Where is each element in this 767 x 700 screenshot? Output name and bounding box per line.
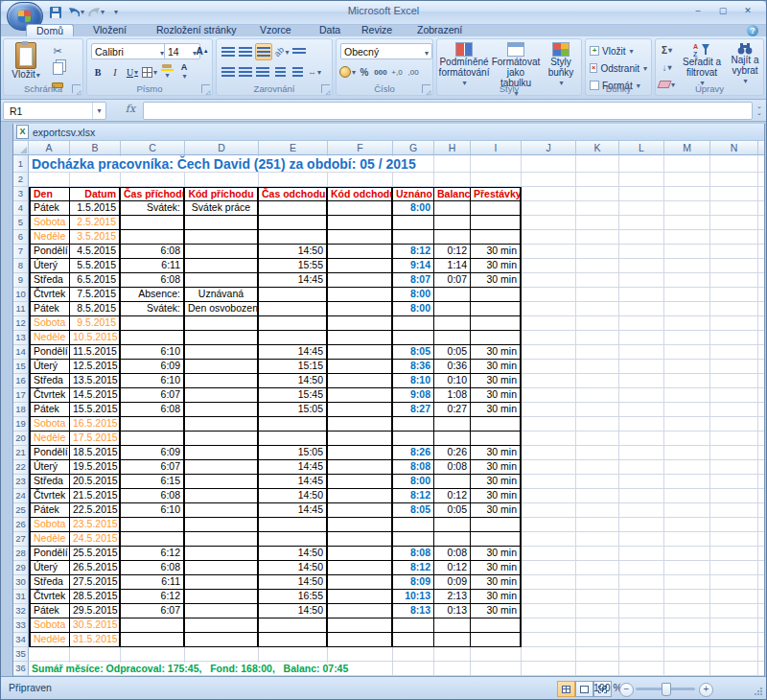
cell-J24[interactable]	[522, 489, 576, 503]
cell-B31[interactable]: 28.5.2015	[70, 590, 121, 604]
cell-J6[interactable]	[522, 230, 576, 245]
cell-A22[interactable]: Úterý	[29, 460, 70, 475]
cell-H18[interactable]: 0:27	[434, 403, 471, 417]
column-header-e[interactable]: E	[259, 141, 328, 155]
cell-F5[interactable]	[328, 216, 393, 230]
cell-F20[interactable]	[328, 432, 393, 446]
fill-button[interactable]: ↓	[659, 59, 675, 75]
cell-M20[interactable]	[664, 432, 710, 446]
cell-A17[interactable]: Čtvrtek	[29, 388, 70, 403]
row-header-18[interactable]: 18	[13, 403, 29, 417]
cell-I26[interactable]	[471, 518, 522, 532]
cell-L26[interactable]	[619, 518, 664, 532]
minimize-button[interactable]: –	[686, 4, 710, 17]
cell-I13[interactable]	[471, 331, 522, 345]
cell-C30[interactable]: 6:11	[121, 575, 185, 590]
cell-H28[interactable]: 0:08	[434, 547, 471, 561]
cell-G16[interactable]: 8:10	[393, 374, 434, 388]
cell-L20[interactable]	[619, 432, 664, 446]
cell-B13[interactable]: 10.5.2015	[70, 331, 121, 345]
cell-I23[interactable]: 30 min	[471, 475, 522, 489]
cell-partial11[interactable]	[758, 302, 764, 316]
cell-A16[interactable]: Středa	[29, 374, 70, 388]
row-header-9[interactable]: 9	[13, 273, 29, 288]
cell-J20[interactable]	[522, 432, 576, 446]
cell-partial28[interactable]	[758, 547, 764, 561]
cell-F26[interactable]	[328, 518, 393, 532]
help-icon[interactable]: ?	[747, 25, 758, 36]
cell-partial21[interactable]	[758, 446, 764, 460]
cell-H16[interactable]: 0:10	[434, 374, 471, 388]
cell-J35[interactable]	[522, 647, 576, 662]
cell-J9[interactable]	[522, 273, 576, 288]
cell-H21[interactable]: 0:26	[434, 446, 471, 460]
cell-B14[interactable]: 11.5.2015	[70, 345, 121, 360]
cell-K3[interactable]	[576, 187, 619, 201]
cell-A25[interactable]: Pátek	[29, 503, 70, 518]
cell-K34[interactable]	[576, 633, 619, 647]
cell-E8[interactable]: 15:55	[259, 259, 328, 273]
cell-L14[interactable]	[619, 345, 664, 360]
cell-N7[interactable]	[710, 245, 758, 259]
cell-partial3[interactable]	[758, 187, 764, 201]
cell-J23[interactable]	[522, 475, 576, 489]
cell-C25[interactable]: 6:10	[121, 503, 185, 518]
cell-K14[interactable]	[576, 345, 619, 360]
cell-M15[interactable]	[664, 360, 710, 374]
cell-K29[interactable]	[576, 561, 619, 575]
cell-A28[interactable]: Pondělí	[29, 547, 70, 561]
cell-L15[interactable]	[619, 360, 664, 374]
cell-B12[interactable]: 9.5.2015	[70, 316, 121, 331]
select-all-corner[interactable]	[13, 141, 29, 155]
cell-M3[interactable]	[664, 187, 710, 201]
cell-B11[interactable]: 8.5.2015	[70, 302, 121, 316]
cell-I36[interactable]	[471, 662, 522, 676]
tab-revize[interactable]: Revize	[352, 24, 402, 36]
number-format-combo[interactable]: Obecný	[340, 43, 432, 59]
cell-D12[interactable]	[185, 316, 259, 331]
cell-F15[interactable]	[328, 360, 393, 374]
cell-M12[interactable]	[664, 316, 710, 331]
cell-E21[interactable]: 15:05	[259, 446, 328, 460]
cell-partial2[interactable]	[758, 173, 764, 187]
cell-J28[interactable]	[522, 547, 576, 561]
cell-F17[interactable]	[328, 388, 393, 403]
cell-I35[interactable]	[471, 647, 522, 662]
cell-B2[interactable]	[70, 173, 121, 187]
cell-B25[interactable]: 22.5.2015	[70, 503, 121, 518]
cell-L24[interactable]	[619, 489, 664, 503]
row-header-14[interactable]: 14	[13, 345, 29, 360]
cell-partial12[interactable]	[758, 316, 764, 331]
column-header-g[interactable]: G	[393, 141, 434, 155]
cell-E27[interactable]	[259, 532, 328, 547]
formula-input[interactable]	[143, 102, 753, 120]
cell-D30[interactable]	[185, 575, 259, 590]
autosum-button[interactable]: Σ	[659, 42, 675, 58]
cell-K9[interactable]	[576, 273, 619, 288]
row-header-17[interactable]: 17	[13, 388, 29, 403]
cell-K27[interactable]	[576, 532, 619, 547]
cell-N9[interactable]	[710, 273, 758, 288]
column-header-a[interactable]: A	[29, 141, 70, 155]
cell-G7[interactable]: 8:12	[393, 245, 434, 259]
tab-data[interactable]: Data	[310, 24, 350, 36]
cell-M19[interactable]	[664, 417, 710, 432]
cell-partial26[interactable]	[758, 518, 764, 532]
cell-B28[interactable]: 25.5.2015	[70, 547, 121, 561]
cell-B26[interactable]: 23.5.2015	[70, 518, 121, 532]
cell-H24[interactable]: 0:12	[434, 489, 471, 503]
cell-K28[interactable]	[576, 547, 619, 561]
cell-L7[interactable]	[619, 245, 664, 259]
cell-E22[interactable]: 14:45	[259, 460, 328, 475]
cell-N32[interactable]	[710, 604, 758, 618]
cell-G22[interactable]: 8:08	[393, 460, 434, 475]
cell-C31[interactable]: 6:12	[121, 590, 185, 604]
cell-G11[interactable]: 8:00	[393, 302, 434, 316]
cell-E20[interactable]	[259, 432, 328, 446]
cell-E19[interactable]	[259, 417, 328, 432]
cell-J13[interactable]	[522, 331, 576, 345]
cell-M11[interactable]	[664, 302, 710, 316]
column-header-k[interactable]: K	[576, 141, 619, 155]
cell-I6[interactable]	[471, 230, 522, 245]
orientation-button[interactable]: ab	[274, 44, 290, 59]
